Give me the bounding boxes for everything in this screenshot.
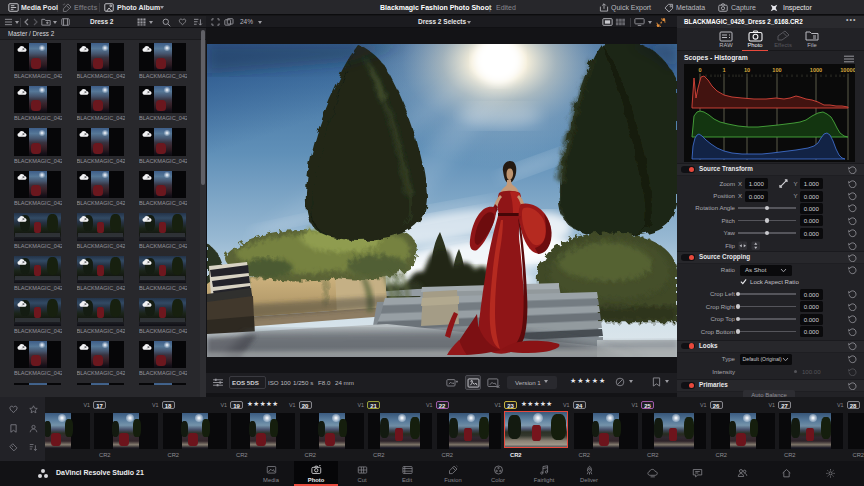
svg-text:100: 100 (772, 67, 781, 73)
svg-text:0: 0 (698, 67, 701, 73)
svg-text:1000: 1000 (809, 67, 821, 73)
svg-text:1: 1 (722, 67, 725, 73)
svg-text:10000: 10000 (840, 67, 855, 73)
svg-text:10: 10 (743, 67, 749, 73)
